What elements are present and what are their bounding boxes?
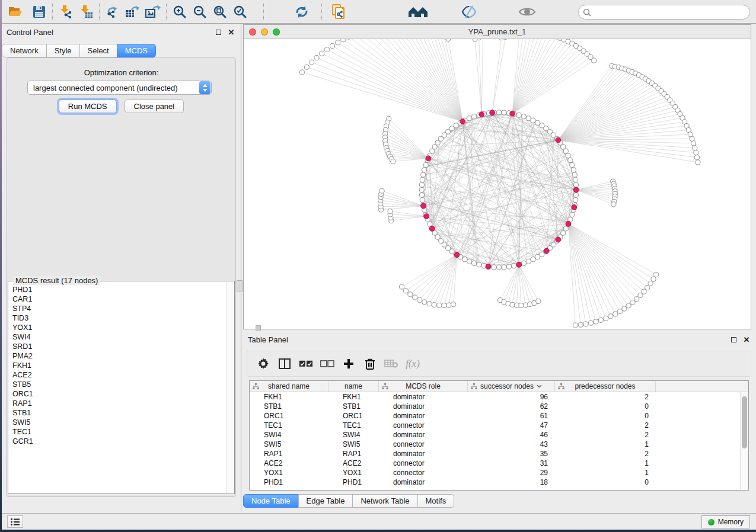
mcds-result-item[interactable]: STP4 — [9, 304, 226, 313]
network-leaf-node[interactable] — [446, 39, 451, 41]
network-hub-node[interactable] — [421, 203, 426, 209]
network-node[interactable] — [566, 153, 570, 158]
network-node[interactable] — [423, 162, 428, 167]
table-cell[interactable]: 18 — [468, 477, 555, 487]
table-row[interactable]: ORC1ORC1dominator610 — [250, 411, 740, 421]
table-scrollbar[interactable] — [740, 392, 748, 490]
network-node[interactable] — [563, 149, 568, 153]
select-all-columns-icon[interactable] — [297, 355, 315, 373]
network-node[interactable] — [420, 177, 425, 182]
network-leaf-node[interactable] — [341, 39, 346, 42]
criterion-dropdown[interactable]: largest connected component (undirected) — [27, 81, 212, 95]
unselect-all-columns-icon[interactable] — [318, 355, 336, 373]
network-leaf-node[interactable] — [651, 277, 656, 281]
network-leaf-node[interactable] — [510, 302, 515, 307]
import-table-icon[interactable] — [76, 3, 96, 21]
network-node[interactable] — [516, 113, 521, 117]
network-leaf-node[interactable] — [608, 314, 613, 319]
mcds-result-item[interactable]: SWI5 — [9, 418, 226, 427]
table-cell[interactable]: TEC1 — [250, 421, 328, 430]
table-cell[interactable]: 46 — [468, 430, 555, 440]
network-leaf-node[interactable] — [583, 322, 588, 326]
table-cell[interactable]: ACE2 — [250, 459, 328, 468]
network-node[interactable] — [563, 226, 568, 231]
tab-motifs[interactable]: Motifs — [417, 494, 455, 508]
network-leaf-node[interactable] — [427, 302, 432, 306]
network-node[interactable] — [421, 172, 426, 177]
network-hub-node[interactable] — [429, 226, 435, 231]
table-cell[interactable]: 1 — [555, 468, 656, 477]
table-cell[interactable]: ORC1 — [328, 411, 379, 421]
table-cell[interactable]: 0 — [555, 477, 656, 487]
network-node[interactable] — [420, 197, 425, 202]
network-node[interactable] — [573, 193, 578, 197]
network-leaf-node[interactable] — [514, 303, 519, 307]
horizontal-splitter-handle[interactable] — [256, 325, 261, 331]
network-hub-node[interactable] — [573, 187, 579, 193]
network-leaf-node[interactable] — [645, 285, 650, 290]
network-node[interactable] — [419, 187, 424, 192]
table-scrollbar-thumb[interactable] — [742, 396, 747, 448]
run-mcds-button[interactable]: Run MCDS — [59, 100, 117, 113]
close-panel-button[interactable]: ✕ — [227, 27, 236, 37]
network-leaf-node[interactable] — [694, 150, 698, 155]
tab-network[interactable]: Network — [2, 44, 47, 57]
zoom-selected-icon[interactable] — [230, 3, 250, 21]
table-cell[interactable]: 1 — [555, 440, 656, 449]
column-header-predecessor-nodes[interactable]: predecessor nodes — [555, 381, 656, 392]
network-leaf-node[interactable] — [309, 60, 314, 65]
network-leaf-node[interactable] — [519, 303, 524, 308]
network-node[interactable] — [512, 264, 516, 268]
network-leaf-node[interactable] — [573, 323, 578, 328]
table-cell[interactable]: dominator — [379, 411, 468, 421]
network-leaf-node[interactable] — [613, 312, 618, 316]
network-node[interactable] — [477, 262, 481, 267]
network-hub-node[interactable] — [556, 137, 561, 143]
network-hub-node[interactable] — [426, 156, 431, 161]
save-session-icon[interactable] — [29, 3, 49, 21]
open-file-icon[interactable] — [5, 3, 25, 21]
show-tasks-button[interactable] — [7, 515, 23, 528]
network-node[interactable] — [573, 182, 578, 187]
network-leaf-node[interactable] — [592, 58, 596, 63]
network-leaf-node[interactable] — [578, 322, 583, 327]
table-cell[interactable]: FKH1 — [328, 392, 379, 402]
network-node[interactable] — [502, 265, 506, 270]
network-node[interactable] — [521, 114, 526, 119]
network-hub-node[interactable] — [566, 221, 571, 226]
mcds-result-item[interactable]: SWI4 — [9, 332, 226, 342]
network-leaf-node[interactable] — [437, 303, 442, 307]
float-table-panel-button[interactable] — [729, 335, 738, 344]
network-node[interactable] — [419, 182, 424, 187]
zoom-out-icon[interactable] — [190, 3, 210, 21]
tab-style[interactable]: Style — [46, 44, 80, 57]
network-node[interactable] — [430, 149, 435, 153]
network-hub-node[interactable] — [510, 111, 515, 116]
network-leaf-node[interactable] — [412, 295, 417, 300]
network-node[interactable] — [472, 114, 477, 119]
zoom-in-icon[interactable] — [170, 3, 190, 21]
mcds-list-scrollbar[interactable] — [226, 282, 234, 493]
add-column-icon[interactable] — [340, 355, 358, 373]
table-cell[interactable]: SWI4 — [250, 430, 328, 440]
network-leaf-node[interactable] — [622, 306, 627, 311]
network-leaf-node[interactable] — [696, 160, 700, 165]
mcds-result-item[interactable]: SRD1 — [9, 342, 226, 351]
network-leaf-node[interactable] — [611, 202, 616, 207]
network-hub-node[interactable] — [460, 119, 465, 124]
network-node[interactable] — [467, 116, 472, 121]
network-node[interactable] — [535, 255, 540, 259]
table-cell[interactable]: SWI5 — [328, 440, 379, 449]
tab-network-table[interactable]: Network Table — [352, 494, 417, 508]
table-row[interactable]: YOX1YOX1connector291 — [250, 468, 740, 477]
network-node[interactable] — [531, 257, 535, 262]
network-hub-node[interactable] — [516, 262, 522, 267]
network-leaf-node[interactable] — [604, 316, 608, 321]
network-leaf-node[interactable] — [442, 303, 446, 308]
network-leaf-node[interactable] — [451, 302, 456, 307]
network-node[interactable] — [502, 110, 506, 115]
network-leaf-node[interactable] — [330, 43, 334, 48]
search-input[interactable] — [591, 7, 749, 18]
network-node[interactable] — [496, 265, 501, 270]
vertical-splitter-handle[interactable] — [237, 280, 243, 291]
